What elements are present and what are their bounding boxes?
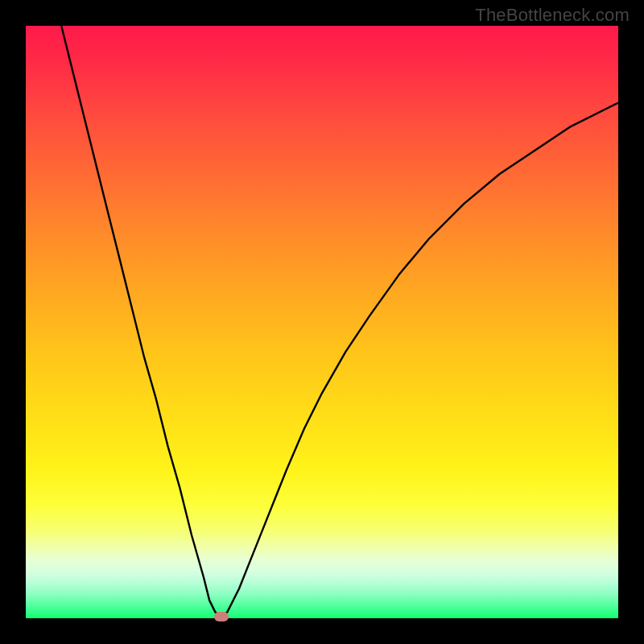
- bottleneck-curve: [26, 26, 618, 618]
- plot-area: [26, 26, 618, 618]
- chart-frame: TheBottleneck.com: [0, 0, 644, 644]
- curve-path: [61, 26, 618, 617]
- minimum-marker: [214, 612, 229, 621]
- watermark-text: TheBottleneck.com: [475, 5, 630, 26]
